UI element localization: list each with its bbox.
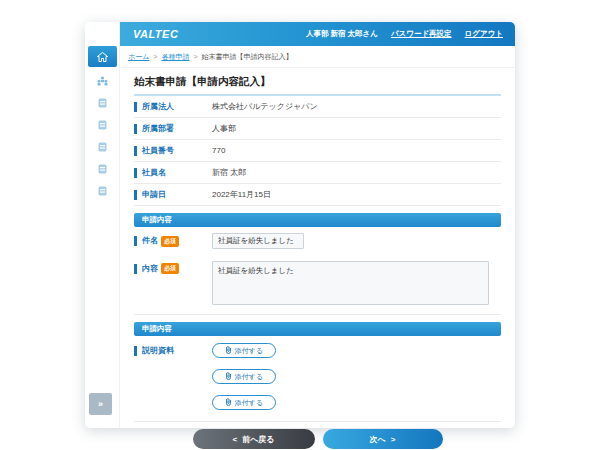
menu-document-icon[interactable]: [98, 182, 107, 200]
attach-button-list: 添付する 添付する 添付する: [212, 343, 276, 410]
table-row: 所属部署 人事部: [134, 118, 501, 140]
chevron-right-icon: >: [391, 435, 396, 444]
back-button[interactable]: < 前へ戻る: [193, 429, 315, 449]
section-header-request-details: 申請内容: [134, 213, 501, 227]
header-right: 人事部 新宿 太郎さん パスワード再設定 ログアウト: [306, 29, 503, 39]
menu-document-icon[interactable]: [98, 116, 107, 134]
subject-field-row: 件名 必須: [134, 227, 501, 255]
row-label: 所属法人: [134, 102, 174, 112]
breadcrumb: ホーム > 各種申請 > 始末書申請【申請内容記入】: [120, 46, 515, 68]
app-window: » VALTEC 人事部 新宿 太郎さん パスワード再設定 ログアウト ホーム …: [85, 22, 515, 428]
logout-link[interactable]: ログアウト: [465, 29, 503, 39]
attachments-row: 説明資料 添付する 添付する: [134, 343, 501, 410]
breadcrumb-separator: >: [153, 53, 157, 60]
section-header-request-details: 申請内容: [134, 322, 501, 336]
breadcrumb-separator: >: [193, 53, 197, 60]
menu-document-icon[interactable]: [98, 160, 107, 178]
row-label: 社員番号: [134, 146, 174, 156]
org-group-icon[interactable]: [97, 72, 108, 90]
main-area: ホーム > 各種申請 > 始末書申請【申請内容記入】 始末書申請【申請内容記入】…: [120, 46, 515, 428]
paperclip-icon: [225, 398, 232, 407]
row-value: 新宿 太郎: [212, 167, 246, 178]
attach-button-label: 添付する: [235, 346, 263, 356]
row-label: 社員名: [134, 168, 166, 178]
sidebar: »: [85, 22, 120, 428]
attach-button-label: 添付する: [235, 398, 263, 408]
sidebar-icon-list: [85, 72, 120, 200]
row-value: 2022年11月15日: [212, 189, 271, 200]
row-value: 株式会社バルテックジャパン: [212, 101, 318, 112]
footer-button-bar: < 前へ戻る 次へ >: [134, 421, 501, 449]
menu-document-icon[interactable]: [98, 138, 107, 156]
chevron-left-icon: <: [232, 435, 237, 444]
valtec-logo: VALTEC: [133, 28, 178, 40]
content-field-row: 内容 必須 社員証を紛失しました: [134, 255, 501, 315]
content-textarea[interactable]: 社員証を紛失しました: [212, 261, 489, 305]
table-row: 所属法人 株式会社バルテックジャパン: [134, 96, 501, 118]
attachments-label: 説明資料: [134, 346, 174, 356]
form-content: 始末書申請【申請内容記入】 所属法人 株式会社バルテックジャパン 所属部署 人事…: [120, 75, 515, 449]
breadcrumb-home-link[interactable]: ホーム: [128, 52, 149, 62]
top-header: VALTEC 人事部 新宿 太郎さん パスワード再設定 ログアウト: [120, 22, 515, 46]
menu-document-icon[interactable]: [98, 94, 107, 112]
required-badge: 必須: [161, 236, 179, 247]
next-button-label: 次へ: [370, 434, 386, 445]
attach-file-button[interactable]: 添付する: [212, 395, 276, 410]
table-row: 社員名 新宿 太郎: [134, 162, 501, 184]
attach-file-button[interactable]: 添付する: [212, 369, 276, 384]
row-label: 所属部署: [134, 124, 174, 134]
content-label: 内容: [134, 264, 158, 274]
home-icon: [97, 48, 108, 66]
row-value: 人事部: [212, 123, 236, 134]
page-title: 始末書申請【申請内容記入】: [134, 75, 501, 89]
table-row: 申請日 2022年11月15日: [134, 184, 501, 206]
table-row: 社員番号 770: [134, 140, 501, 162]
subject-label: 件名: [134, 236, 158, 246]
subject-input[interactable]: [212, 233, 304, 249]
required-badge: 必須: [161, 263, 179, 274]
user-info: 人事部 新宿 太郎さん: [306, 29, 378, 39]
paperclip-icon: [225, 346, 232, 355]
breadcrumb-current: 始末書申請【申請内容記入】: [202, 52, 293, 62]
sidebar-expand-button[interactable]: »: [89, 393, 112, 415]
breadcrumb-category-link[interactable]: 各種申請: [161, 52, 189, 62]
attach-file-button[interactable]: 添付する: [212, 343, 276, 358]
paperclip-icon: [225, 372, 232, 381]
back-button-label: 前へ戻る: [242, 434, 274, 445]
attach-button-label: 添付する: [235, 372, 263, 382]
next-button[interactable]: 次へ >: [323, 429, 443, 449]
password-reset-link[interactable]: パスワード再設定: [391, 29, 452, 39]
row-label: 申請日: [134, 190, 166, 200]
row-value: 770: [212, 146, 225, 155]
sidebar-item-home[interactable]: [88, 46, 117, 67]
